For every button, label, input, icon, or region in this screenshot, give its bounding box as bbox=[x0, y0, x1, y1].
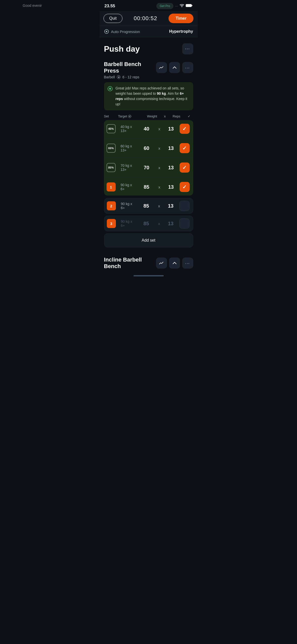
progression-notice-text: Great job! Max reps achieved on all sets… bbox=[116, 86, 190, 107]
table-row: 1 90 kg x 6+ 85 x 13 ✓ bbox=[104, 179, 193, 195]
trend-button[interactable] bbox=[156, 62, 167, 73]
set-x-1: x bbox=[156, 185, 162, 189]
set-target-warmup1: 40 kg x 13+ bbox=[121, 125, 137, 133]
next-more-dots-icon: ··· bbox=[185, 261, 190, 265]
nav-bar: Quit 00:00:52 Timer bbox=[100, 11, 198, 26]
set-badge-3: 3 bbox=[107, 219, 116, 228]
set-target-2: 90 kg x 6+ bbox=[121, 202, 137, 210]
collapse-button[interactable] bbox=[169, 62, 180, 73]
complete-button-warmup1[interactable]: ✓ bbox=[180, 124, 190, 134]
complete-button-2[interactable] bbox=[179, 201, 189, 211]
table-row: 2 90 kg x 6+ 85 x 13 bbox=[104, 198, 193, 214]
next-exercise-title: Incline Barbell Bench bbox=[104, 256, 156, 270]
set-badge-warmup3: 85% bbox=[107, 163, 116, 172]
table-row: 85% 70 kg x 13+ 70 x 13 ✓ bbox=[104, 160, 193, 175]
next-exercise-section: Incline Barbell Bench ··· bbox=[100, 252, 198, 270]
table-row: 65% 60 kg x 13+ 60 x 13 ✓ bbox=[104, 141, 193, 156]
rep-target-icon bbox=[117, 75, 120, 79]
header-set: Set bbox=[104, 114, 117, 118]
complete-button-warmup2[interactable]: ✓ bbox=[180, 143, 190, 153]
status-time: 23.55 bbox=[105, 4, 115, 9]
completed-sets-group: 45% 40 kg x 13+ 40 x 13 ✓ 65% 60 kg x 13… bbox=[104, 120, 193, 196]
equipment-label: Barbell bbox=[104, 75, 115, 79]
exercise-meta: Barbell 6 - 12 reps bbox=[104, 75, 193, 82]
set-badge-2: 2 bbox=[107, 201, 116, 210]
auto-progression-left: Auto Progression bbox=[104, 29, 140, 34]
exercise-title: Barbell Bench Press bbox=[104, 61, 156, 74]
set-reps-3: 13 bbox=[163, 221, 178, 227]
progression-notice: Great job! Max reps achieved on all sets… bbox=[104, 82, 193, 110]
wifi-icon bbox=[180, 4, 184, 8]
set-target-warmup3: 70 kg x 13+ bbox=[121, 164, 137, 172]
complete-button-warmup3[interactable]: ✓ bbox=[180, 163, 190, 173]
exercise-header: Barbell Bench Press ··· bbox=[104, 57, 193, 75]
auto-progression-bar: Auto Progression Hypertrophy bbox=[100, 26, 198, 37]
set-weight-warmup3: 70 bbox=[138, 165, 155, 171]
auto-progression-icon bbox=[104, 29, 109, 34]
next-trend-icon bbox=[159, 261, 164, 266]
set-reps-warmup1: 13 bbox=[163, 126, 179, 132]
get-pro-button[interactable]: Get Pro bbox=[156, 3, 173, 9]
trend-icon bbox=[159, 65, 164, 70]
header-target: Target bbox=[118, 114, 142, 118]
exercise-section: Barbell Bench Press ··· Barbell 6 bbox=[100, 57, 198, 252]
checkmark-icon-4: ✓ bbox=[182, 184, 187, 190]
set-reps-warmup3: 13 bbox=[163, 165, 179, 171]
set-weight-2: 85 bbox=[138, 203, 155, 209]
header-weight: Weight bbox=[143, 114, 161, 118]
set-weight-warmup1: 40 bbox=[138, 126, 155, 132]
timer-button[interactable]: Timer bbox=[169, 14, 193, 23]
header-x: x bbox=[162, 114, 168, 118]
header-reps: Reps bbox=[169, 114, 184, 118]
workout-more-button[interactable]: ··· bbox=[182, 43, 193, 54]
quit-button[interactable]: Quit bbox=[104, 14, 122, 23]
set-target-3: 90 kg x 6+ bbox=[121, 219, 137, 228]
exercise-more-button[interactable]: ··· bbox=[182, 62, 193, 73]
next-trend-button[interactable] bbox=[156, 257, 167, 269]
table-row: 45% 40 kg x 13+ 40 x 13 ✓ bbox=[104, 121, 193, 136]
sets-table-header: Set Target Weight x Reps ✓ bbox=[104, 114, 193, 120]
next-collapse-button[interactable] bbox=[169, 257, 180, 269]
set-target-1: 90 kg x 6+ bbox=[121, 183, 137, 191]
more-dots-icon: ··· bbox=[185, 47, 190, 51]
checkmark-icon-3: ✓ bbox=[182, 165, 187, 171]
set-badge-1: 1 bbox=[107, 182, 116, 191]
svg-rect-1 bbox=[186, 4, 191, 7]
home-indicator bbox=[134, 275, 164, 276]
workout-mode-label: Hypertrophy bbox=[169, 29, 193, 34]
checkmark-icon: ✓ bbox=[182, 126, 187, 132]
svg-point-0 bbox=[181, 7, 182, 7]
complete-button-1[interactable]: ✓ bbox=[180, 182, 190, 192]
set-x-warmup1: x bbox=[156, 127, 162, 131]
set-reps-1: 13 bbox=[163, 184, 179, 190]
set-x-warmup2: x bbox=[156, 146, 162, 150]
next-exercise-header: Incline Barbell Bench ··· bbox=[104, 252, 193, 270]
next-exercise-actions: ··· bbox=[156, 257, 193, 269]
next-chevron-up-icon bbox=[173, 261, 177, 265]
signal-icon: ···· bbox=[175, 5, 178, 8]
battery-icon bbox=[186, 4, 193, 8]
set-x-warmup3: x bbox=[156, 166, 162, 170]
chevron-up-icon bbox=[173, 66, 177, 70]
svg-rect-2 bbox=[192, 5, 192, 6]
set-badge-warmup2: 65% bbox=[107, 144, 116, 153]
set-weight-1: 85 bbox=[138, 184, 155, 190]
set-x-2: x bbox=[156, 204, 162, 208]
table-row: 3 90 kg x 6+ 85 x 13 bbox=[104, 216, 193, 231]
status-bar: 23.55 Good evenir Get Pro ···· bbox=[100, 0, 198, 11]
workout-header: Push day ··· bbox=[100, 37, 198, 57]
timer-display: 00:00:52 bbox=[134, 15, 157, 22]
set-weight-3: 85 bbox=[138, 221, 155, 227]
set-weight-warmup2: 60 bbox=[138, 145, 155, 151]
set-badge-warmup1: 45% bbox=[107, 124, 116, 133]
auto-progression-label: Auto Progression bbox=[111, 29, 140, 34]
set-x-3: x bbox=[156, 221, 162, 226]
set-reps-2: 13 bbox=[163, 203, 178, 209]
checkmark-icon-2: ✓ bbox=[182, 145, 187, 151]
complete-button-3[interactable] bbox=[179, 218, 189, 229]
add-set-button[interactable]: Add set bbox=[104, 233, 193, 247]
set-target-warmup2: 60 kg x 13+ bbox=[121, 144, 137, 152]
exercise-more-dots-icon: ··· bbox=[185, 66, 190, 70]
next-more-button[interactable]: ··· bbox=[182, 257, 193, 269]
bottom-indicator bbox=[100, 272, 198, 279]
